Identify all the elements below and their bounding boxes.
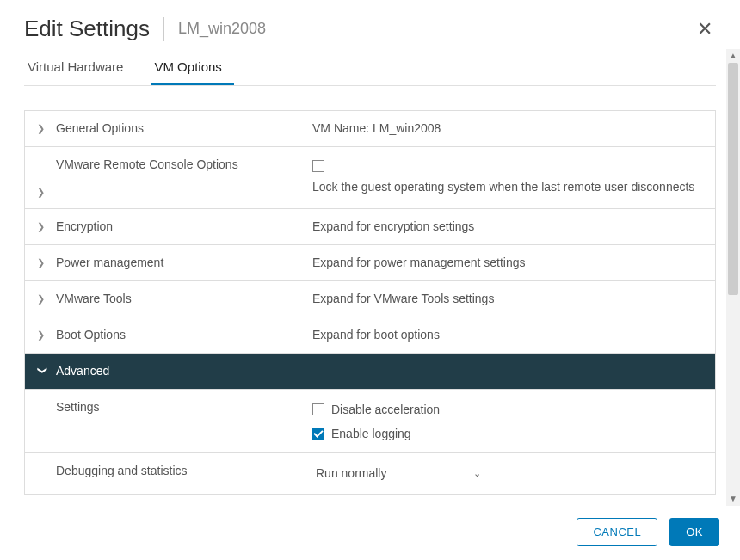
section-label: General Options	[56, 121, 144, 135]
section-boot-options[interactable]: ❯ Boot Options Expand for boot options	[25, 317, 715, 354]
dialog-footer: CANCEL OK	[0, 506, 740, 560]
section-remote-console[interactable]: ❯ VMware Remote Console Options ❯ Lock t…	[25, 147, 715, 209]
chevron-down-icon: ⌄	[473, 468, 481, 479]
section-vmware-tools[interactable]: ❯ VMware Tools Expand for VMware Tools s…	[25, 281, 715, 317]
disable-acceleration-label: Disable acceleration	[331, 403, 440, 416]
tabs: Virtual Hardware VM Options	[24, 49, 716, 86]
vertical-scrollbar[interactable]: ▲ ▼	[726, 49, 740, 506]
chevron-right-icon[interactable]: ❯	[37, 293, 47, 305]
section-general-options[interactable]: ❯ General Options VM Name: LM_win2008	[25, 111, 715, 147]
chevron-right-icon[interactable]: ❯	[37, 257, 47, 268]
section-summary: Expand for VMware Tools settings	[312, 290, 703, 307]
section-encryption[interactable]: ❯ Encryption Expand for encryption setti…	[25, 209, 715, 245]
section-label: Power management	[56, 255, 163, 269]
scroll-up-arrow[interactable]: ▲	[726, 49, 740, 63]
debugging-select[interactable]: Run normally ⌄	[312, 464, 484, 483]
scroll-thumb[interactable]	[728, 63, 738, 295]
dialog-header: Edit Settings LM_win2008 ✕	[0, 0, 740, 49]
scroll-down-arrow[interactable]: ▼	[726, 492, 740, 506]
close-icon[interactable]: ✕	[694, 16, 716, 42]
tab-vm-options[interactable]: VM Options	[151, 49, 233, 85]
enable-logging-label: Enable logging	[331, 427, 411, 440]
scroll-area: Virtual Hardware VM Options ❯ General Op…	[0, 49, 726, 506]
lock-guest-checkbox[interactable]	[312, 160, 324, 172]
section-summary: Expand for encryption settings	[312, 218, 703, 235]
debugging-label: Debugging and statistics	[56, 464, 188, 477]
enable-logging-checkbox[interactable]	[312, 428, 324, 440]
chevron-right-icon[interactable]: ❯	[37, 123, 47, 134]
chevron-right-icon[interactable]: ❯	[37, 329, 47, 341]
section-label: Boot Options	[56, 328, 126, 342]
dialog-body: Virtual Hardware VM Options ❯ General Op…	[0, 49, 740, 506]
section-label: VMware Remote Console Options	[56, 157, 238, 171]
lock-guest-description: Lock the guest operating system when the…	[312, 177, 703, 198]
section-label: VMware Tools	[56, 292, 132, 305]
header-divider	[163, 17, 164, 41]
advanced-debugging-row: ❯ Debugging and statistics Run normally …	[25, 453, 715, 494]
chevron-right-icon[interactable]: ❯	[37, 221, 47, 232]
cancel-button[interactable]: CANCEL	[577, 518, 657, 546]
advanced-settings-row: ❯ Settings Disable acceleration Enable l…	[25, 390, 715, 453]
debugging-select-value: Run normally	[316, 466, 386, 480]
tab-virtual-hardware[interactable]: Virtual Hardware	[24, 49, 135, 85]
section-label: Encryption	[56, 219, 113, 233]
dialog-title: Edit Settings	[24, 15, 150, 42]
vm-options-panel: ❯ General Options VM Name: LM_win2008 ❯ …	[24, 110, 716, 495]
settings-label: Settings	[56, 400, 100, 414]
ok-button[interactable]: OK	[669, 518, 719, 546]
section-label: Advanced	[56, 364, 109, 378]
dialog-subtitle: LM_win2008	[178, 20, 266, 38]
section-power-management[interactable]: ❯ Power management Expand for power mana…	[25, 245, 715, 281]
disable-acceleration-checkbox[interactable]	[312, 403, 324, 415]
edit-settings-dialog: Edit Settings LM_win2008 ✕ Virtual Hardw…	[0, 0, 740, 560]
section-summary: Expand for boot options	[312, 326, 703, 343]
section-summary: VM Name: LM_win2008	[312, 120, 703, 137]
section-summary: Expand for power management settings	[312, 254, 703, 271]
chevron-right-icon[interactable]: ❯	[37, 187, 47, 198]
section-advanced[interactable]: ❯ Advanced	[25, 354, 715, 390]
chevron-down-icon[interactable]: ❯	[37, 366, 48, 376]
